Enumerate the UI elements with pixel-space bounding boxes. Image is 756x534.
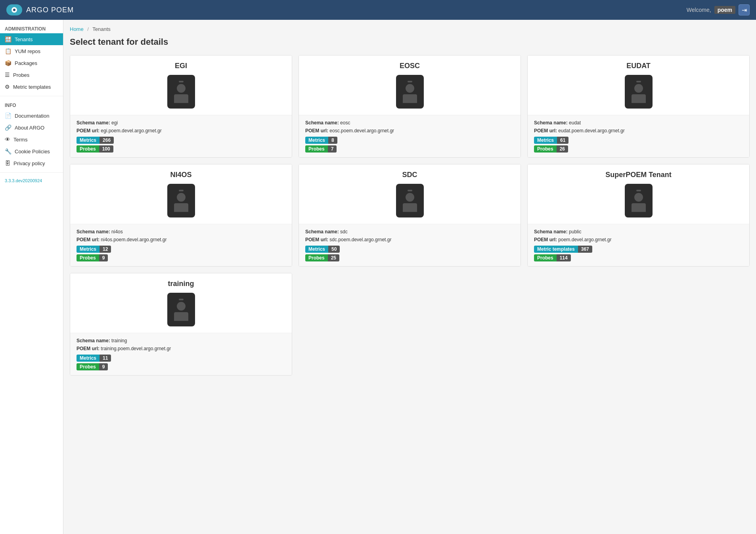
packages-icon: 📦 [5, 60, 11, 66]
tenant-url-superpoem: POEM url: poem.devel.argo.grnet.gr [534, 237, 743, 242]
sidebar-divider [0, 96, 63, 96]
tenant-badges-training: Metrics 11 Probes 9 [77, 355, 285, 370]
logout-button[interactable]: ⇥ [739, 4, 750, 15]
tenant-schema-egi: Schema name: egi [77, 120, 285, 126]
badge-label: Metric templates [534, 246, 578, 253]
sidebar-divider-2 [0, 172, 63, 173]
admin-section-title: Administration [0, 23, 63, 33]
sidebar-item-yum-repos[interactable]: 📋 YUM repos [0, 45, 63, 57]
tenant-avatar-eudat [625, 75, 653, 109]
sidebar: Administration 🪟 Tenants 📋 YUM repos 📦 P… [0, 20, 63, 534]
tenant-card-sdc[interactable]: SDC Schema name: sdc POEM url: sdc.poem.… [299, 164, 521, 267]
tenant-card-training[interactable]: training Schema name: training POEM url:… [70, 273, 292, 376]
avatar-body [403, 94, 417, 103]
tenants-icon: 🪟 [5, 36, 11, 42]
badge-probes-superpoem: Probes 114 [534, 254, 571, 261]
tenant-card-egi[interactable]: EGI Schema name: egi POEM url: egi.poem.… [70, 55, 292, 158]
badge-metrics-ni4os: Metrics 12 [77, 246, 111, 253]
tenant-card-body-superpoem: Schema name: public POEM url: poem.devel… [528, 224, 749, 266]
badge-count: 61 [557, 137, 568, 144]
tenant-schema-superpoem: Schema name: public [534, 229, 743, 235]
tenant-schema-sdc: Schema name: sdc [305, 229, 514, 235]
tenant-url-egi: POEM url: egi.poem.devel.argo.grnet.gr [77, 128, 285, 134]
badge-label: Probes [305, 254, 328, 261]
badge-count: 367 [578, 246, 592, 253]
badge-metric-templates-superpoem: Metric templates 367 [534, 246, 592, 253]
sidebar-item-about-argo[interactable]: 🔗 About ARGO [0, 122, 63, 134]
tenant-name-superpoem: SuperPOEM Tenant [534, 171, 743, 179]
avatar-person [177, 84, 186, 93]
badge-metrics-eosc: Metrics 8 [305, 137, 337, 144]
welcome-text: Welcome, [687, 7, 711, 13]
tenant-card-eosc[interactable]: EOSC Schema name: eosc POEM url: eosc.po… [299, 55, 521, 158]
tenant-avatar-eosc [396, 75, 424, 109]
tenant-card-eudat[interactable]: EUDAT Schema name: eudat POEM url: eudat… [527, 55, 750, 158]
page-title: Select tenant for details [70, 37, 750, 47]
sidebar-item-packages[interactable]: 📦 Packages [0, 57, 63, 69]
sidebar-item-terms[interactable]: 👁 Terms [0, 134, 63, 145]
tenant-card-header-superpoem: SuperPOEM Tenant [528, 164, 749, 224]
app-name: ARGO POEM [26, 6, 74, 14]
tenant-name-eudat: EUDAT [534, 62, 743, 70]
tenant-card-body-training: Schema name: training POEM url: training… [70, 333, 292, 375]
badge-probes-training: Probes 9 [77, 363, 108, 370]
tenant-avatar-ni4os [167, 184, 195, 217]
info-section-title: INFO [0, 99, 63, 110]
sidebar-item-documentation-label: Documentation [15, 113, 49, 119]
tenant-card-ni4os[interactable]: NI4OS Schema name: ni4os POEM url: ni4os… [70, 164, 292, 267]
yum-repos-icon: 📋 [5, 48, 11, 54]
badge-label: Probes [77, 363, 99, 370]
tenant-name-egi: EGI [77, 62, 285, 70]
badge-label: Probes [534, 254, 557, 261]
sidebar-item-packages-label: Packages [15, 60, 37, 66]
tenant-avatar-training [167, 293, 195, 326]
app-logo-icon [6, 4, 22, 15]
sidebar-item-metric-templates-label: Metric templates [13, 84, 51, 90]
badge-label: Metrics [77, 355, 100, 362]
badge-count: 50 [328, 246, 340, 253]
user-badge: poem [714, 6, 735, 14]
avatar-person [406, 193, 414, 202]
tenant-schema-ni4os: Schema name: ni4os [77, 229, 285, 235]
sidebar-item-probes[interactable]: ☰ Probes [0, 69, 63, 81]
tenant-card-header-eudat: EUDAT [528, 55, 749, 115]
tenant-card-superpoem[interactable]: SuperPOEM Tenant Schema name: public POE… [527, 164, 750, 267]
tenant-card-header-training: training [70, 273, 292, 333]
avatar-top [179, 190, 184, 191]
avatar-top [636, 81, 641, 82]
breadcrumb: Home / Tenants [70, 26, 750, 32]
header-right: Welcome, poem ⇥ [687, 4, 750, 15]
badge-label: Probes [77, 254, 99, 261]
avatar-top [636, 190, 641, 191]
sidebar-item-probes-label: Probes [13, 72, 29, 78]
tenant-card-header-ni4os: NI4OS [70, 164, 292, 224]
sidebar-item-metric-templates[interactable]: ⚙ Metric templates [0, 81, 63, 93]
sidebar-item-tenants[interactable]: 🪟 Tenants [0, 33, 63, 45]
badge-label: Probes [305, 145, 328, 153]
sidebar-item-documentation[interactable]: 📄 Documentation [0, 110, 63, 122]
sidebar-item-cookie-policies-label: Cookie Policies [15, 149, 50, 154]
tenant-schema-eosc: Schema name: eosc [305, 120, 514, 126]
badge-count: 100 [99, 145, 113, 153]
tenant-schema-eudat: Schema name: eudat [534, 120, 743, 126]
tenant-badges-ni4os: Metrics 12 Probes 9 [77, 246, 285, 261]
tenant-card-body-sdc: Schema name: sdc POEM url: sdc.poem.deve… [299, 224, 521, 266]
breadcrumb-home[interactable]: Home [70, 26, 84, 32]
sidebar-item-privacy-policy[interactable]: 🗄 Privacy policy [0, 157, 63, 169]
main-content: Home / Tenants Select tenant for details… [63, 20, 756, 534]
header-left: ARGO POEM [6, 4, 74, 15]
sidebar-item-cookie-policies[interactable]: 🔧 Cookie Policies [0, 145, 63, 157]
badge-label: Metrics [534, 137, 557, 144]
tenant-avatar-egi [167, 75, 195, 109]
tenant-avatar-sdc [396, 184, 424, 217]
breadcrumb-separator: / [87, 26, 89, 32]
badge-label: Metrics [305, 246, 328, 253]
badge-metrics-sdc: Metrics 50 [305, 246, 340, 253]
badge-metrics-egi: Metrics 266 [77, 137, 114, 144]
tenant-name-eosc: EOSC [305, 62, 514, 70]
avatar-body [174, 203, 188, 212]
avatar-person [177, 302, 186, 311]
tenant-name-sdc: SDC [305, 171, 514, 179]
avatar-person [406, 84, 414, 93]
privacy-icon: 🗄 [5, 160, 10, 166]
